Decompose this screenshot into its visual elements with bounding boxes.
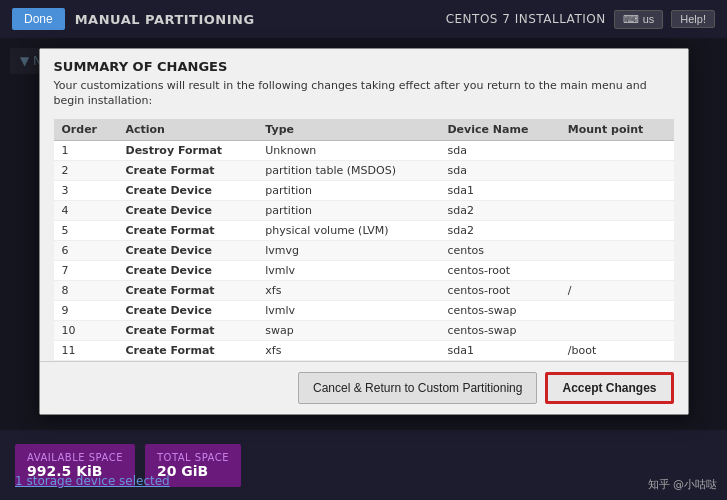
cell-type: Unknown bbox=[257, 140, 439, 160]
cell-action: Create Device bbox=[118, 300, 258, 320]
cell-order: 11 bbox=[54, 340, 118, 360]
cell-order: 6 bbox=[54, 240, 118, 260]
cell-order: 1 bbox=[54, 140, 118, 160]
cell-mount bbox=[560, 140, 674, 160]
cell-device: centos bbox=[439, 240, 559, 260]
watermark: 知乎 @小咕哒 bbox=[648, 477, 718, 492]
table-row: 4Create Devicepartitionsda2 bbox=[54, 200, 674, 220]
page-title: MANUAL PARTITIONING bbox=[75, 12, 255, 27]
cell-action: Create Device bbox=[118, 200, 258, 220]
total-space-label: TOTAL SPACE bbox=[157, 452, 229, 463]
help-button[interactable]: Help! bbox=[671, 10, 715, 28]
cell-mount bbox=[560, 320, 674, 340]
cell-type: physical volume (LVM) bbox=[257, 220, 439, 240]
cell-mount bbox=[560, 300, 674, 320]
cell-action: Destroy Format bbox=[118, 140, 258, 160]
cell-device: sda1 bbox=[439, 340, 559, 360]
cell-order: 5 bbox=[54, 220, 118, 240]
changes-table-container: Order Action Type Device Name Mount poin… bbox=[40, 113, 688, 361]
cell-type: partition bbox=[257, 180, 439, 200]
accept-changes-button[interactable]: Accept Changes bbox=[545, 372, 673, 404]
done-button[interactable]: Done bbox=[12, 8, 65, 30]
cell-type: partition table (MSDOS) bbox=[257, 160, 439, 180]
modal-overlay: SUMMARY OF CHANGES Your customizations w… bbox=[0, 38, 727, 430]
cell-device: centos-swap bbox=[439, 300, 559, 320]
table-row: 1Destroy FormatUnknownsda bbox=[54, 140, 674, 160]
summary-modal: SUMMARY OF CHANGES Your customizations w… bbox=[39, 48, 689, 415]
cell-mount bbox=[560, 160, 674, 180]
col-device: Device Name bbox=[439, 119, 559, 141]
cell-mount: / bbox=[560, 280, 674, 300]
cell-type: lvmvg bbox=[257, 240, 439, 260]
top-bar-right: CENTOS 7 INSTALLATION ⌨ us Help! bbox=[446, 10, 715, 29]
cell-device: centos-root bbox=[439, 260, 559, 280]
top-bar: Done MANUAL PARTITIONING CENTOS 7 INSTAL… bbox=[0, 0, 727, 38]
cell-order: 7 bbox=[54, 260, 118, 280]
table-row: 11Create Formatxfssda1/boot bbox=[54, 340, 674, 360]
cell-action: Create Format bbox=[118, 340, 258, 360]
cell-mount: /boot bbox=[560, 340, 674, 360]
table-row: 6Create Devicelvmvgcentos bbox=[54, 240, 674, 260]
col-order: Order bbox=[54, 119, 118, 141]
cell-type: partition bbox=[257, 200, 439, 220]
table-body: 1Destroy FormatUnknownsda2Create Formatp… bbox=[54, 140, 674, 360]
cell-type: xfs bbox=[257, 340, 439, 360]
available-space-label: AVAILABLE SPACE bbox=[27, 452, 123, 463]
cell-device: centos-swap bbox=[439, 320, 559, 340]
cell-order: 8 bbox=[54, 280, 118, 300]
cell-device: sda bbox=[439, 160, 559, 180]
cell-mount bbox=[560, 220, 674, 240]
modal-description: Your customizations will result in the f… bbox=[54, 78, 674, 109]
modal-header: SUMMARY OF CHANGES Your customizations w… bbox=[40, 49, 688, 113]
cell-device: sda bbox=[439, 140, 559, 160]
cell-order: 3 bbox=[54, 180, 118, 200]
table-row: 10Create Formatswapcentos-swap bbox=[54, 320, 674, 340]
cell-action: Create Format bbox=[118, 280, 258, 300]
cell-device: centos-root bbox=[439, 280, 559, 300]
centos-title: CENTOS 7 INSTALLATION bbox=[446, 12, 606, 26]
table-row: 2Create Formatpartition table (MSDOS)sda bbox=[54, 160, 674, 180]
cell-order: 4 bbox=[54, 200, 118, 220]
modal-footer: Cancel & Return to Custom Partitioning A… bbox=[40, 361, 688, 414]
storage-device-link[interactable]: 1 storage device selected bbox=[15, 474, 170, 488]
cell-device: sda2 bbox=[439, 200, 559, 220]
cancel-button[interactable]: Cancel & Return to Custom Partitioning bbox=[298, 372, 537, 404]
cell-action: Create Format bbox=[118, 320, 258, 340]
top-bar-left: Done MANUAL PARTITIONING bbox=[12, 8, 255, 30]
cell-mount bbox=[560, 240, 674, 260]
cell-mount bbox=[560, 180, 674, 200]
table-row: 9Create Devicelvmlvcentos-swap bbox=[54, 300, 674, 320]
col-action: Action bbox=[118, 119, 258, 141]
col-mount: Mount point bbox=[560, 119, 674, 141]
cell-action: Create Device bbox=[118, 260, 258, 280]
cell-order: 2 bbox=[54, 160, 118, 180]
table-row: 3Create Devicepartitionsda1 bbox=[54, 180, 674, 200]
cell-action: Create Device bbox=[118, 180, 258, 200]
cell-type: swap bbox=[257, 320, 439, 340]
table-header: Order Action Type Device Name Mount poin… bbox=[54, 119, 674, 141]
cell-action: Create Format bbox=[118, 220, 258, 240]
table-row: 7Create Devicelvmlvcentos-root bbox=[54, 260, 674, 280]
cell-order: 9 bbox=[54, 300, 118, 320]
cell-mount bbox=[560, 260, 674, 280]
col-type: Type bbox=[257, 119, 439, 141]
keyboard-button[interactable]: ⌨ us bbox=[614, 10, 664, 29]
cell-action: Create Device bbox=[118, 240, 258, 260]
table-row: 5Create Formatphysical volume (LVM)sda2 bbox=[54, 220, 674, 240]
table-row: 8Create Formatxfscentos-root/ bbox=[54, 280, 674, 300]
cell-order: 10 bbox=[54, 320, 118, 340]
cell-mount bbox=[560, 200, 674, 220]
cell-type: lvmlv bbox=[257, 300, 439, 320]
bottom-bar: AVAILABLE SPACE 992.5 KiB TOTAL SPACE 20… bbox=[0, 430, 727, 500]
keyboard-icon: ⌨ bbox=[623, 13, 639, 26]
cell-type: lvmlv bbox=[257, 260, 439, 280]
modal-title: SUMMARY OF CHANGES bbox=[54, 59, 674, 74]
cell-action: Create Format bbox=[118, 160, 258, 180]
changes-table: Order Action Type Device Name Mount poin… bbox=[54, 119, 674, 361]
cell-device: sda1 bbox=[439, 180, 559, 200]
cell-device: sda2 bbox=[439, 220, 559, 240]
cell-type: xfs bbox=[257, 280, 439, 300]
